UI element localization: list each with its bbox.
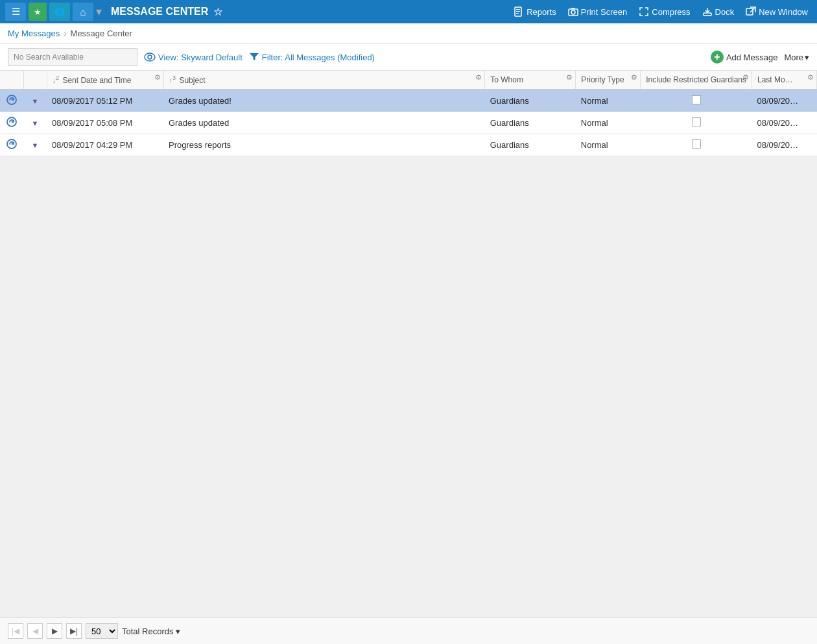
app-title: MESSAGE CENTER ☆ [104,6,507,18]
row-priority-type: Normal [576,112,641,134]
dock-button[interactable]: Dock [698,4,739,19]
gear-icon-last-mod[interactable]: ⚙ [807,73,814,82]
eye-icon [144,53,156,62]
include-restricted-checkbox[interactable] [692,139,701,149]
table-body: ▼ 08/09/2017 05:12 PM Grades updated! Gu… [0,89,817,156]
row-include-restricted [641,89,752,112]
favorites-button[interactable]: ★ [29,3,47,21]
print-screen-label: Print Screen [581,7,628,17]
toolbar: No Search Available View: Skyward Defaul… [0,44,817,71]
resend-icon [6,94,18,106]
svg-point-12 [148,55,152,59]
svg-point-11 [145,53,155,61]
camera-icon [568,6,578,17]
row-sent-date: 08/09/2017 05:08 PM [47,112,163,134]
col-label-subject: Subject [179,76,205,85]
globe-button[interactable]: 🌐 [49,3,70,21]
include-restricted-checkbox[interactable] [692,95,701,104]
message-table-container: ↓2 Sent Date and Time ⚙ ↑3 Subject ⚙ To … [0,71,817,156]
breadcrumb-separator: › [64,29,66,38]
row-to-whom: Guardians [485,134,576,156]
table-row[interactable]: ▼ 08/09/2017 05:12 PM Grades updated! Gu… [0,89,817,112]
svg-rect-7 [704,13,711,16]
reports-button[interactable]: Reports [510,4,560,19]
svg-rect-3 [516,13,519,14]
dropdown-arrow-icon: ▼ [32,97,39,105]
add-message-button[interactable]: + Add Message [711,51,778,64]
new-window-label: New Window [759,7,808,17]
sort-indicator-sent-date: ↓2 [53,77,60,84]
no-search-label: No Search Available [14,53,84,62]
col-header-action [0,71,23,89]
row-expand-icon[interactable]: ▼ [23,89,47,112]
home-button[interactable]: ⌂ [73,3,93,21]
nav-right-actions: Reports Print Screen Compress [510,4,812,19]
table-row[interactable]: ▼ 08/09/2017 05:08 PM Grades updated Gua… [0,112,817,134]
svg-rect-6 [571,8,575,9]
row-expand-icon[interactable]: ▼ [23,134,47,156]
row-sent-date: 08/09/2017 04:29 PM [47,134,163,156]
row-action-icon[interactable] [0,112,23,134]
svg-rect-1 [516,9,520,10]
svg-rect-2 [516,11,520,12]
col-label-sent-date: Sent Date and Time [62,76,131,85]
row-priority-type: Normal [576,134,641,156]
row-action-icon[interactable] [0,89,23,112]
message-table: ↓2 Sent Date and Time ⚙ ↑3 Subject ⚙ To … [0,71,817,156]
svg-rect-9 [746,8,753,15]
filter-icon [249,53,259,62]
gear-icon-sent-date[interactable]: ⚙ [154,73,161,82]
gear-icon-restricted[interactable]: ⚙ [742,73,749,82]
gear-icon-subject[interactable]: ⚙ [475,73,482,82]
add-message-label: Add Message [726,53,778,62]
resend-icon [6,138,18,150]
view-label: View: Skyward Default [158,53,243,62]
col-header-expand [23,71,47,89]
reports-icon [514,6,524,17]
table-row[interactable]: ▼ 08/09/2017 04:29 PM Progress reports G… [0,134,817,156]
breadcrumb-current: Message Center [71,29,132,38]
row-last-mod: 08/09/20… [752,134,817,156]
row-expand-icon[interactable]: ▼ [23,112,47,134]
col-header-last-mod[interactable]: Last Mo… ⚙ [752,71,817,89]
toolbar-right: + Add Message More ▾ [711,51,809,64]
new-window-button[interactable]: New Window [742,4,812,19]
top-navigation: ☰ ★ 🌐 ⌂ ▾ MESSAGE CENTER ☆ Reports Print… [0,0,817,23]
col-header-subject[interactable]: ↑3 Subject ⚙ [163,71,485,89]
row-last-mod: 08/09/20… [752,89,817,112]
breadcrumb-parent[interactable]: My Messages [8,29,60,38]
row-action-icon[interactable] [0,134,23,156]
row-include-restricted [641,112,752,134]
dock-label: Dock [715,7,735,17]
col-label-to-whom: To Whom [490,75,523,84]
col-header-priority[interactable]: Priority Type ⚙ [576,71,641,89]
gear-icon-to-whom[interactable]: ⚙ [566,73,573,82]
col-header-to-whom[interactable]: To Whom ⚙ [485,71,576,89]
row-sent-date: 08/09/2017 05:12 PM [47,89,163,112]
row-last-mod: 08/09/20… [752,112,817,134]
menu-button[interactable]: ☰ [5,3,26,21]
view-selector[interactable]: View: Skyward Default [144,53,243,62]
compress-label: Compress [652,7,690,17]
row-to-whom: Guardians [485,112,576,134]
filter-selector[interactable]: Filter: All Messages (Modified) [249,53,375,62]
col-label-restricted: Include Restricted Guardians [646,75,746,84]
gear-icon-priority[interactable]: ⚙ [631,73,637,82]
more-label: More [784,53,803,62]
title-star-icon[interactable]: ☆ [213,6,222,18]
include-restricted-checkbox[interactable] [692,117,701,126]
dropdown-arrow-icon: ▼ [32,119,39,127]
row-include-restricted [641,134,752,156]
new-window-icon [746,6,756,17]
nav-separator: ▾ [96,5,102,19]
col-header-sent-date[interactable]: ↓2 Sent Date and Time ⚙ [47,71,163,89]
more-button[interactable]: More ▾ [784,53,809,62]
col-header-restricted[interactable]: Include Restricted Guardians ⚙ [641,71,752,89]
filter-label: Filter: All Messages (Modified) [262,53,375,62]
col-label-priority: Priority Type [581,75,624,84]
row-to-whom: Guardians [485,89,576,112]
print-screen-button[interactable]: Print Screen [564,4,632,19]
table-header-row: ↓2 Sent Date and Time ⚙ ↑3 Subject ⚙ To … [0,71,817,89]
compress-button[interactable]: Compress [635,4,694,19]
resend-icon [6,116,18,128]
